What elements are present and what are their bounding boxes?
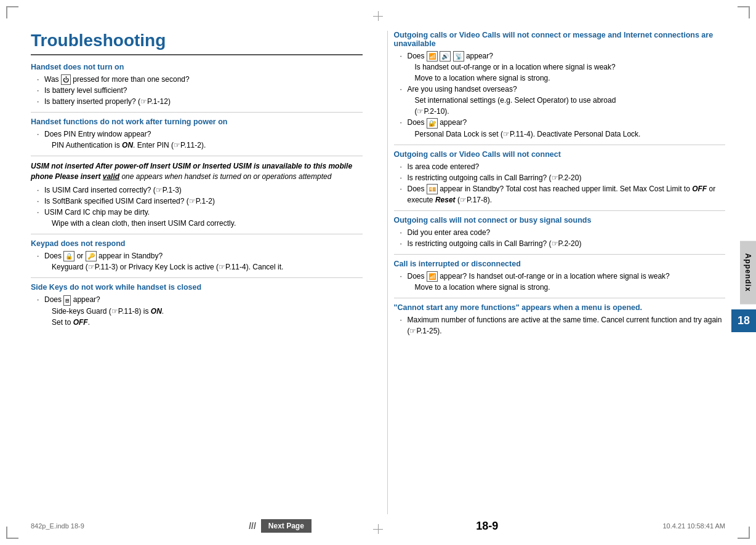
section-outgoing-no-connect: Outgoing calls or Video Calls will not c…: [394, 31, 726, 140]
section-heading-handset-no-turn-on: Handset does not turn on: [31, 63, 363, 71]
sub-text: (☞P.2-10).: [408, 106, 726, 117]
page-number: 18-9: [476, 520, 498, 533]
sub-text: Side-keys Guard (☞P.11-8) is ON.: [44, 306, 363, 317]
sub-text-off: Set to OFF.: [44, 317, 363, 328]
bullet-list-outgoing-busy: Did you enter area code? Is restricting …: [394, 227, 726, 249]
signal-icon3: 📡: [453, 51, 464, 62]
bottom-bar: 842p_E.indb 18-9 /// Next Page 18-9 10.4…: [31, 519, 725, 533]
bullet-list-cannot-start: Maximum number of functions are active a…: [394, 314, 726, 336]
section-handset-no-turn-on: Handset does not turn on Was ⏻ pressed f…: [31, 63, 363, 107]
right-column: Outgoing calls or Video Calls will not c…: [387, 31, 726, 514]
list-item: Are you using handset overseas? Set inte…: [400, 84, 726, 117]
corner-bracket-br: [738, 527, 750, 539]
next-page-section: /// Next Page: [249, 519, 312, 533]
on-label: ON: [151, 307, 162, 316]
side-key-icon: ⊞: [63, 295, 71, 306]
signal-icon1: 📶: [427, 51, 438, 62]
section-heading-cannot-start: "Cannot start any more functions" appear…: [394, 303, 726, 312]
list-item: Maximum number of functions are active a…: [400, 314, 726, 336]
crosshair-top: [373, 11, 383, 21]
timestamp: 10.4.21 10:58:41 AM: [662, 522, 725, 530]
list-item: Does ⊞ appear? Side-keys Guard (☞P.11-8)…: [37, 294, 363, 327]
next-page-button[interactable]: Next Page: [261, 519, 312, 533]
list-item: Does 🔒 or 🔑 appear in Standby? Keyguard …: [37, 250, 363, 272]
file-info: 842p_E.indb 18-9: [31, 522, 84, 530]
key-icon: 🔑: [86, 251, 97, 261]
list-item: Is battery level sufficient?: [37, 85, 363, 96]
lock-data-icon: 🔐: [427, 118, 438, 129]
list-item: USIM Card IC chip may be dirty. Wipe wit…: [37, 207, 363, 229]
sub-text: Personal Data Lock is set (☞P.11-4). Dea…: [408, 129, 726, 140]
right-divider-2: [394, 210, 726, 211]
section-outgoing-video-no-connect: Outgoing calls or Video Calls will not c…: [394, 150, 726, 205]
list-item: Was ⏻ pressed for more than one second?: [37, 74, 363, 85]
list-item: Is USIM Card inserted correctly? (☞P.1-3…: [37, 185, 363, 196]
corner-bracket-tr: [738, 6, 750, 18]
sub-text: Wipe with a clean cloth, then insert USI…: [44, 218, 363, 229]
list-item: Is SoftBank specified USIM Card inserted…: [37, 196, 363, 207]
section-handset-no-functions: Handset functions do not work after turn…: [31, 117, 363, 151]
corner-bracket-bl: [6, 527, 18, 539]
appendix-tab: Appendix: [740, 241, 756, 304]
bullet-list-call-interrupted: Does 📶 appear? Is handset out-of-range o…: [394, 271, 726, 293]
section-heading-handset-no-functions: Handset functions do not work after turn…: [31, 117, 363, 126]
signal-weak-icon: 📶: [427, 271, 438, 282]
section-divider-3: [31, 234, 363, 234]
sub-text: PIN Authentication is ON. Enter PIN (☞P.…: [44, 140, 363, 151]
bullet-list-keypad: Does 🔒 or 🔑 appear in Standby? Keyguard …: [31, 250, 363, 272]
section-heading-side-keys: Side Keys do not work while handset is c…: [31, 283, 363, 292]
section-side-keys: Side Keys do not work while handset is c…: [31, 283, 363, 327]
lock-icon: 🔒: [63, 251, 74, 261]
section-heading-outgoing-no-connect: Outgoing calls or Video Calls will not c…: [394, 31, 726, 48]
bullet-list-handset-no-turn-on: Was ⏻ pressed for more than one second? …: [31, 74, 363, 107]
section-divider-1: [31, 112, 363, 113]
off-label: OFF: [73, 318, 88, 327]
list-item: Is restricting outgoing calls in Call Ba…: [400, 238, 726, 249]
cost-icon: 💴: [427, 184, 438, 194]
sub-text: Set international settings (e.g. Select …: [408, 95, 726, 106]
next-page-arrows-icon: ///: [249, 521, 256, 531]
section-call-interrupted: Call is interrupted or disconnected Does…: [394, 260, 726, 293]
list-item: Does 💴 appear in Standby? Total cost has…: [400, 183, 726, 205]
title-divider: [31, 54, 363, 55]
list-item: Did you enter area code?: [400, 227, 726, 238]
sub-text: Move to a location where signal is stron…: [408, 73, 726, 84]
section-cannot-start: "Cannot start any more functions" appear…: [394, 303, 726, 336]
list-item: Is restricting outgoing calls in Call Ba…: [400, 172, 726, 183]
right-divider-4: [394, 298, 726, 298]
bullet-list-usim: Is USIM Card inserted correctly? (☞P.1-3…: [31, 185, 363, 229]
main-columns: Troubleshooting Handset does not turn on…: [31, 31, 725, 514]
bullet-list-handset-no-functions: Does PIN Entry window appear? PIN Authen…: [31, 129, 363, 151]
section-keypad: Keypad does not respond Does 🔒 or 🔑 appe…: [31, 239, 363, 272]
section-heading-outgoing-busy: Outgoing calls will not connect or busy …: [394, 216, 726, 225]
bullet-list-side-keys: Does ⊞ appear? Side-keys Guard (☞P.11-8)…: [31, 294, 363, 327]
signal-icon2: 🔊: [440, 51, 451, 62]
list-item: Is battery inserted properly? (☞P.1-12): [37, 96, 363, 107]
bullet-list-outgoing-no-connect: Does 📶 🔊 📡 appear? Is handset out-of-ran…: [394, 50, 726, 140]
section-heading-usim: USIM not inserted After power-off Insert…: [31, 161, 363, 182]
appendix-number: 18: [731, 309, 756, 332]
off-label: OFF: [692, 185, 707, 193]
right-divider-3: [394, 254, 726, 255]
section-usim: USIM not inserted After power-off Insert…: [31, 161, 363, 229]
content-area: Troubleshooting Handset does not turn on…: [31, 31, 725, 514]
list-item: Is area code entered?: [400, 161, 726, 172]
section-divider-4: [31, 277, 363, 278]
corner-bracket-tl: [6, 6, 18, 18]
sub-text: Move to a location where signal is stron…: [408, 282, 726, 293]
list-item: Does PIN Entry window appear? PIN Authen…: [37, 129, 363, 151]
right-divider-1: [394, 145, 726, 145]
page-title: Troubleshooting: [31, 31, 363, 50]
section-outgoing-busy: Outgoing calls will not connect or busy …: [394, 216, 726, 249]
sub-text: Is handset out-of-range or in a location…: [408, 62, 726, 73]
list-item: Does 📶 appear? Is handset out-of-range o…: [400, 271, 726, 293]
section-heading-call-interrupted: Call is interrupted or disconnected: [394, 260, 726, 268]
sub-text: Keyguard (☞P.11-3) or Privacy Key Lock i…: [44, 261, 363, 272]
section-heading-keypad: Keypad does not respond: [31, 239, 363, 248]
section-divider-2: [31, 156, 363, 156]
list-item: Does 📶 🔊 📡 appear? Is handset out-of-ran…: [400, 50, 726, 84]
section-heading-outgoing-video: Outgoing calls or Video Calls will not c…: [394, 150, 726, 159]
reset-label: Reset: [435, 196, 456, 204]
left-column: Troubleshooting Handset does not turn on…: [31, 31, 369, 514]
list-item: Does 🔐 appear? Personal Data Lock is set…: [400, 117, 726, 139]
